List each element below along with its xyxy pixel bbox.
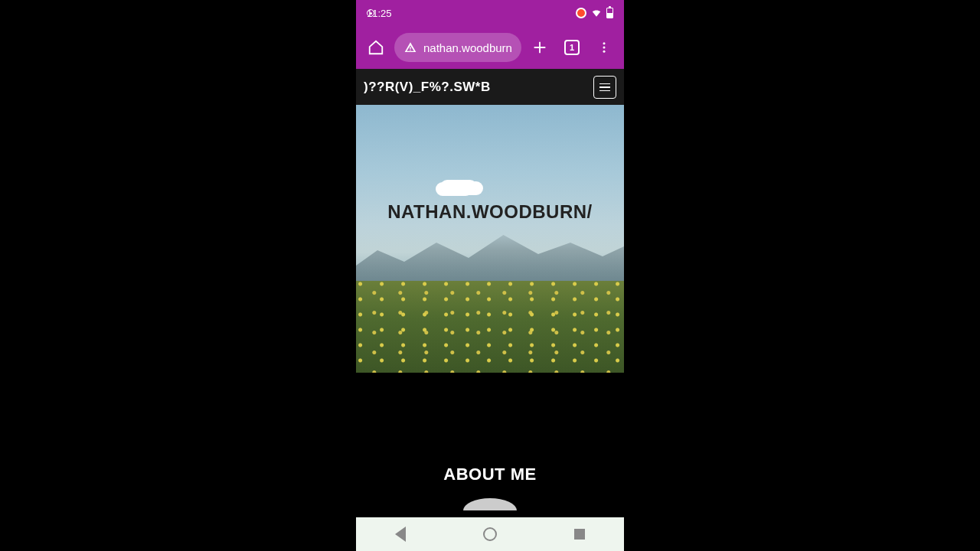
tab-switcher-button[interactable]: 1 — [558, 32, 586, 63]
browser-home-button[interactable] — [362, 32, 390, 63]
back-triangle-icon — [395, 527, 406, 542]
nav-home-button[interactable] — [475, 519, 505, 549]
new-tab-button[interactable] — [526, 32, 554, 63]
screen-record-indicator-icon — [367, 9, 374, 17]
about-heading: ABOUT ME — [356, 465, 624, 484]
about-section — [356, 373, 624, 465]
system-nav-bar — [356, 517, 624, 551]
tab-count-badge: 1 — [564, 40, 580, 55]
status-left: 11:25 — [367, 8, 392, 19]
home-circle-icon — [483, 527, 497, 541]
svg-point-1 — [603, 47, 605, 49]
battery-icon — [606, 8, 613, 18]
status-bar: 11:25 — [356, 0, 624, 26]
url-bar[interactable]: nathan.woodburn — [394, 33, 521, 62]
phone-frame: 11:25 nathan.woodburn — [356, 0, 624, 551]
browser-toolbar: nathan.woodburn 1 — [356, 26, 624, 69]
recents-square-icon — [574, 529, 585, 540]
site-title: )??R(V)_F%?.SW*B — [364, 80, 491, 95]
site-header: )??R(V)_F%?.SW*B — [356, 69, 624, 105]
kebab-menu-icon — [597, 41, 611, 54]
svg-point-2 — [603, 51, 605, 53]
hamburger-icon — [599, 83, 610, 91]
record-dot-icon — [576, 8, 586, 18]
about-avatar — [463, 498, 517, 510]
wifi-icon — [591, 8, 602, 18]
not-secure-warning-icon — [403, 41, 417, 54]
hero-foreground-grass — [356, 281, 624, 373]
nav-back-button[interactable] — [385, 519, 416, 549]
url-text: nathan.woodburn — [423, 41, 512, 54]
hero-section: NATHAN.WOODBURN/ — [356, 105, 624, 373]
hero-cloud — [440, 180, 477, 194]
svg-point-0 — [603, 42, 605, 44]
nav-recents-button[interactable] — [564, 519, 595, 549]
plus-icon — [531, 39, 548, 56]
browser-menu-button[interactable] — [590, 32, 618, 63]
status-right — [576, 8, 613, 18]
home-icon — [368, 39, 384, 56]
site-menu-button[interactable] — [593, 76, 616, 99]
hero-title: NATHAN.WOODBURN/ — [356, 201, 624, 223]
